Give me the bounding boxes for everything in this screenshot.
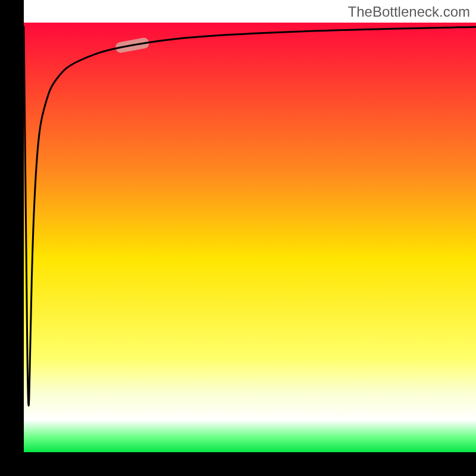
chart-container: { "watermark": "TheBottleneck.com", "cha…: [0, 0, 476, 476]
watermark-text: TheBottleneck.com: [348, 4, 470, 20]
chart-svg: [0, 0, 476, 476]
plot-background: [24, 23, 476, 452]
